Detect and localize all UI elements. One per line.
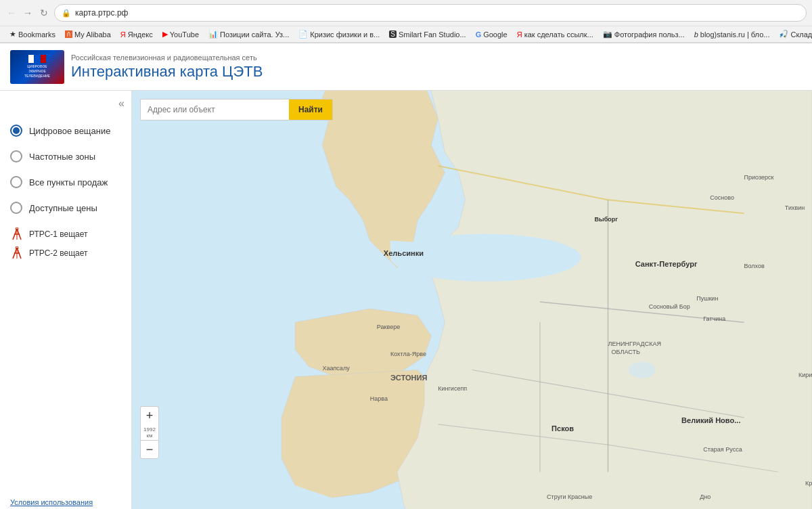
svg-text:Великий Ново...: Великий Ново... — [681, 416, 740, 424]
svg-text:Крестцы: Крестцы — [805, 480, 812, 487]
logo-text-area: Российская телевизионная и радиовещатель… — [71, 53, 263, 81]
content-area: « Цифровое вещание Частотные зоны Все пу… — [0, 91, 812, 509]
map-search-button[interactable]: Найти — [289, 99, 333, 120]
zoom-controls: + 1992км − — [140, 406, 159, 459]
filter-digital-radio[interactable] — [10, 125, 22, 137]
refresh-button[interactable]: ↻ — [38, 7, 50, 19]
bookmark-yandex[interactable]: Я Яндекс — [116, 29, 157, 40]
filter-prices-label: Доступные цены — [29, 203, 97, 213]
filter-frequency-radio[interactable] — [10, 150, 22, 162]
svg-text:Кохтла-Ярве: Кохтла-Ярве — [390, 351, 426, 357]
filter-frequency[interactable]: Частотные зоны — [10, 150, 121, 162]
filter-prices[interactable]: Доступные цены — [10, 202, 121, 214]
svg-text:Псков: Псков — [551, 424, 574, 433]
legend-rtrs1-label: РТРС-1 вещает — [29, 229, 88, 239]
forward-button[interactable]: → — [22, 7, 34, 19]
svg-point-12 — [629, 361, 656, 378]
bookmark-smilart[interactable]: S Smilart Fan Studio... — [385, 29, 470, 40]
page-title: Интерактивная карта ЦЭТВ — [71, 63, 263, 81]
bookmark-krizis[interactable]: 📄 Кризис физики и в... — [294, 28, 384, 40]
filter-sales-radio[interactable] — [10, 176, 22, 188]
filter-digital-label: Цифровое вещание — [29, 126, 110, 136]
svg-point-11 — [390, 234, 581, 282]
svg-text:Старая Русса: Старая Русса — [703, 446, 742, 453]
browser-toolbar: ← → ↻ 🔒 карта.ртрс.рф — [0, 0, 812, 26]
filter-prices-radio[interactable] — [10, 202, 22, 214]
page-container: ЦИФРОВОЕ ЭФИРНОЕ ТЕЛЕВИДЕНИЕ Российская … — [0, 43, 812, 509]
svg-text:Струги Красные: Струги Красные — [547, 493, 592, 500]
logo-area: ЦИФРОВОЕ ЭФИРНОЕ ТЕЛЕВИДЕНИЕ Российская … — [10, 50, 263, 84]
bookmark-pozicii[interactable]: 📊 Позиции сайта. Уз... — [204, 28, 293, 40]
legend-rtrs2-label: РТРС-2 вещает — [29, 248, 88, 258]
back-button[interactable]: ← — [5, 7, 18, 19]
filter-sales-label: Все пункты продаж — [29, 177, 108, 187]
star-icon: ★ — [9, 30, 16, 39]
svg-text:Нарва: Нарва — [370, 395, 388, 402]
bookmark-kak-sdelat[interactable]: Я как сделать ссылк... — [513, 29, 597, 40]
bookmark-youtube[interactable]: ▶ YouTube — [158, 28, 203, 40]
bookmark-udochka[interactable]: 🎣 Складная удочка -... — [775, 28, 812, 40]
svg-text:Дно: Дно — [700, 493, 710, 500]
svg-text:Пушкин: Пушкин — [696, 295, 718, 302]
zoom-out-button[interactable]: − — [140, 440, 159, 459]
svg-text:Киришни: Киришни — [798, 372, 812, 378]
svg-text:Хельсинки: Хельсинки — [384, 249, 424, 257]
bookmark-bookmarks[interactable]: ★ Bookmarks — [5, 28, 60, 40]
svg-text:Хаапсалу
        Пaide
       : Хаапсалу Пaide Вильянди Тарту Выру Курес… — [322, 365, 350, 372]
filter-frequency-label: Частотные зоны — [29, 152, 95, 162]
map-area: Хельсинки ЭСТОНИЯ Санкт-Петербург ЛЕНИНГ… — [132, 91, 812, 509]
svg-text:Приозерск: Приозерск — [744, 174, 774, 181]
tower2-icon — [10, 246, 24, 260]
svg-text:Раквере: Раквере — [377, 324, 400, 330]
bookmark-blog[interactable]: b blog)stanis.ru | бло... — [690, 29, 774, 40]
zoom-level-label: 1992км — [140, 425, 159, 440]
lock-icon: 🔒 — [62, 9, 71, 18]
legend-rtrs1: РТРС-1 вещает — [10, 227, 121, 241]
svg-text:Сосновый Бор: Сосновый Бор — [649, 303, 690, 310]
svg-text:Тихвин: Тихвин — [785, 204, 805, 211]
svg-text:Санкт-Петербург: Санкт-Петербург — [635, 260, 698, 268]
zoom-in-button[interactable]: + — [140, 406, 159, 425]
svg-text:Волхов: Волхов — [744, 263, 765, 269]
svg-text:ЭСТОНИЯ: ЭСТОНИЯ — [390, 374, 428, 382]
browser-chrome: ← → ↻ 🔒 карта.ртрс.рф ★ Bookmarks 🅰 My A… — [0, 0, 812, 43]
bookmark-foto[interactable]: 📷 Фотография польз... — [599, 28, 689, 40]
svg-text:Гатчина: Гатчина — [703, 315, 726, 322]
sidebar-footer-link[interactable]: Условия использования — [10, 498, 93, 506]
svg-text:ЛЕНИНГРАДСКАЯ: ЛЕНИНГРАДСКАЯ — [608, 340, 662, 347]
url-text: карта.ртрс.рф — [75, 8, 128, 18]
filter-sales[interactable]: Все пункты продаж — [10, 176, 121, 188]
legend-rtrs2: РТРС-2 вещает — [10, 246, 121, 260]
sidebar-collapse-button[interactable]: « — [118, 97, 125, 110]
sidebar: « Цифровое вещание Частотные зоны Все пу… — [0, 91, 132, 509]
address-bar[interactable]: 🔒 карта.ртрс.рф — [54, 4, 807, 22]
filter-digital[interactable]: Цифровое вещание — [10, 125, 121, 137]
map-search-input[interactable] — [140, 99, 289, 120]
bookmark-alibaba[interactable]: 🅰 My Alibaba — [61, 29, 115, 40]
map-svg: Хельсинки ЭСТОНИЯ Санкт-Петербург ЛЕНИНГ… — [132, 91, 812, 509]
logo-badge: ЦИФРОВОЕ ЭФИРНОЕ ТЕЛЕВИДЕНИЕ — [10, 50, 64, 84]
svg-text:Кингисепп: Кингисепп — [438, 385, 467, 392]
logo-subtitle: Российская телевизионная и радиовещатель… — [71, 53, 263, 62]
svg-text:Сосново: Сосново — [710, 194, 734, 201]
svg-text:ОБЛАСТЬ: ОБЛАСТЬ — [612, 349, 640, 355]
tower1-icon — [10, 227, 24, 241]
bookmark-google[interactable]: G Google — [472, 29, 512, 40]
svg-text:Выборг: Выборг — [594, 216, 618, 223]
sidebar-legend: РТРС-1 вещает РТРС-2 вещает — [10, 227, 121, 260]
site-header: ЦИФРОВОЕ ЭФИРНОЕ ТЕЛЕВИДЕНИЕ Российская … — [0, 43, 812, 91]
map-search-bar: Найти — [140, 99, 333, 120]
bookmarks-bar: ★ Bookmarks 🅰 My Alibaba Я Яндекс ▶ YouT… — [0, 26, 812, 43]
